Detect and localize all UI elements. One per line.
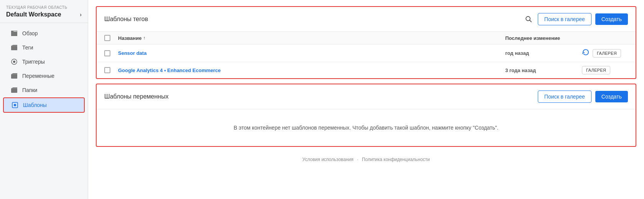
sidebar-item-triggers[interactable]: Триггеры [3,55,85,69]
sidebar-nav: Обзор Теги Триггеры Переменные Папки [0,23,88,199]
folders-icon [11,87,18,94]
tag-templates-actions: Поиск в галерее Создать [523,13,628,25]
row-checkbox-col [104,50,118,56]
triggers-icon [11,58,18,65]
variable-templates-empty: В этом контейнере нет шаблонов переменны… [97,109,636,146]
footer-separator: · [357,157,358,162]
row-gallery-button[interactable]: ГАЛЕРЕЯ [582,66,610,74]
variable-templates-section: Шаблоны переменных Поиск в галерее Созда… [96,84,636,147]
sidebar-item-folders[interactable]: Папки [3,83,85,97]
sort-arrow-icon: ↑ [143,35,145,41]
sidebar-item-triggers-label: Триггеры [22,59,45,65]
svg-rect-1 [11,32,17,36]
svg-rect-5 [11,74,17,79]
workspace-chevron-icon: › [80,12,82,18]
search-button[interactable] [523,14,534,25]
workspace-label: ТЕКУЩАЯ РАБОЧАЯ ОБЛАСТЬ [6,5,82,10]
refresh-icon[interactable] [582,48,590,58]
variable-create-button[interactable]: Создать [595,91,628,102]
select-all-checkbox[interactable] [104,35,110,41]
svg-line-10 [529,20,531,22]
row-actions-col: ГАЛЕРЕЯ [582,66,628,74]
overview-icon [11,30,18,37]
sidebar-item-tags[interactable]: Теги [3,41,85,54]
sections-wrapper: Шаблоны тегов Поиск в галерее Создать На… [88,6,644,147]
workspace-selector[interactable]: Default Workspace › [6,11,82,18]
tag-templates-table: Название ↑ Последнее изменение Sensor da… [97,32,636,78]
variable-gallery-button[interactable]: Поиск в галерее [538,90,591,103]
row-checkbox-col [104,67,118,73]
sidebar-item-variables-label: Переменные [22,73,54,79]
row-name-col: Sensor data [118,50,505,56]
sidebar-item-overview[interactable]: Обзор [3,26,85,40]
svg-point-4 [13,61,15,63]
terms-link[interactable]: Условия использования [302,157,353,162]
sidebar-item-variables[interactable]: Переменные [3,69,85,83]
template-link[interactable]: Google Analytics 4 • Enhanced Ecommerce [118,67,221,73]
table-row: Sensor data год назад ГАЛЕРЕЯ [97,44,636,62]
empty-message: В этом контейнере нет шаблонов переменны… [234,125,499,131]
row-checkbox[interactable] [104,67,110,73]
row-modified-col: 3 года назад [505,67,582,73]
variables-icon [11,72,18,79]
name-column-header[interactable]: Название ↑ [118,35,505,41]
privacy-link[interactable]: Политика конфиденциальности [362,157,430,162]
footer: Условия использования · Политика конфиде… [88,151,644,168]
svg-rect-2 [11,46,17,51]
template-link[interactable]: Sensor data [118,50,146,56]
templates-icon [12,102,18,109]
workspace-name-text: Default Workspace [6,11,61,18]
tag-templates-title: Шаблоны тегов [104,16,148,23]
table-row: Google Analytics 4 • Enhanced Ecommerce … [97,62,636,78]
table-header: Название ↑ Последнее изменение [97,32,636,44]
variable-templates-actions: Поиск в галерее Создать [538,90,628,103]
row-modified-col: год назад [505,50,582,56]
row-gallery-button[interactable]: ГАЛЕРЕЯ [593,49,621,58]
sidebar-item-templates-label: Шаблоны [23,102,47,108]
svg-point-8 [14,104,16,106]
tag-create-button[interactable]: Создать [595,13,628,25]
tag-templates-header: Шаблоны тегов Поиск в галерее Создать [97,7,636,32]
modified-column-header: Последнее изменение [505,35,582,41]
row-actions-col: ГАЛЕРЕЯ [582,48,628,58]
sidebar-item-overview-label: Обзор [22,30,38,36]
sidebar-item-tags-label: Теги [22,44,33,51]
svg-rect-6 [11,89,17,93]
row-checkbox[interactable] [104,50,110,56]
workspace-section: ТЕКУЩАЯ РАБОЧАЯ ОБЛАСТЬ Default Workspac… [0,0,88,23]
sidebar: ТЕКУЩАЯ РАБОЧАЯ ОБЛАСТЬ Default Workspac… [0,0,88,199]
tags-icon [11,44,18,51]
main-content: Шаблоны тегов Поиск в галерее Создать На… [88,0,644,199]
tag-templates-section: Шаблоны тегов Поиск в галерее Создать На… [96,6,636,79]
sidebar-item-templates[interactable]: Шаблоны [3,97,85,113]
tag-gallery-button[interactable]: Поиск в галерее [538,13,591,25]
header-checkbox-col [104,35,118,41]
row-name-col: Google Analytics 4 • Enhanced Ecommerce [118,67,505,73]
variable-templates-title: Шаблоны переменных [104,93,169,100]
sidebar-item-folders-label: Папки [22,87,37,93]
variable-templates-header: Шаблоны переменных Поиск в галерее Созда… [97,84,636,109]
